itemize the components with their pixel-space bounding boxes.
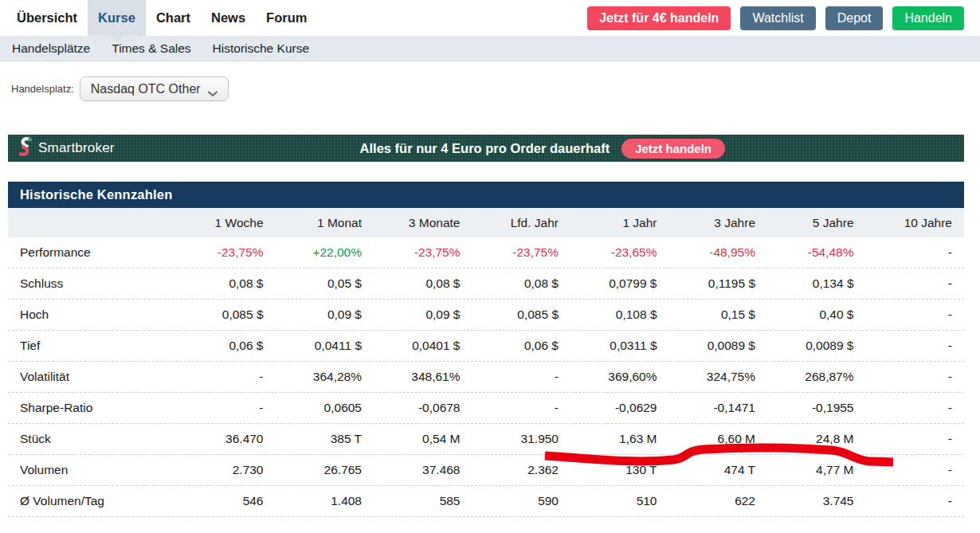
row-value: -23,75% [472,245,571,260]
row-value: 3.745 [767,494,866,508]
row-label: Schluss [8,276,177,291]
smartbroker-ad-banner[interactable]: Smartbroker Alles für nur 4 Euro pro Ord… [8,135,964,162]
row-value: 37.468 [374,463,472,477]
row-value: 385 T [276,432,374,446]
column-header: 1 Jahr [570,216,669,230]
table-body: Performance-23,75%+22,00%-23,75%-23,75%-… [8,237,964,517]
row-value: 0,0401 $ [374,339,472,353]
banner-message: Alles für nur 4 Euro pro Order dauerhaft [360,141,610,156]
row-value: 0,40 $ [767,308,866,322]
row-value: +22,00% [276,245,374,260]
subnav-item-handelsplaetze[interactable]: Handelsplätze [12,41,90,56]
row-value: -0,0678 [374,401,472,415]
row-value: 0,0799 $ [570,276,669,291]
row-value: -0,1955 [767,401,866,415]
nav-action-buttons: Jetzt für 4€ handeln Watchlist Depot Han… [587,0,980,36]
row-value: -23,75% [374,245,472,260]
handelsplatz-selected-value: Nasdaq OTC Other [91,82,201,96]
row-value: - [866,432,965,446]
row-value: 0,1195 $ [669,276,768,291]
row-value: 0,15 $ [669,308,768,322]
row-value: 364,28% [276,370,374,384]
row-value: 26.765 [276,463,374,477]
row-value: -23,65% [570,245,669,260]
banner-cta-button[interactable]: Jetzt handeln [621,139,725,159]
row-value: 369,60% [570,370,669,384]
row-value: 510 [570,494,669,508]
row-value: - [472,370,571,384]
table-row: Performance-23,75%+22,00%-23,75%-23,75%-… [8,237,964,268]
row-value: 0,108 $ [570,308,669,322]
nav-tab-kurse[interactable]: Kurse [88,0,146,36]
row-value: 585 [374,494,472,508]
row-value: 0,0089 $ [669,339,768,353]
row-value: - [866,276,965,291]
table-title: Historische Kennzahlen [8,182,964,208]
column-header: 5 Jahre [767,216,866,230]
table-row: Ø Volumen/Tag5461.4085855905106223.745- [8,486,964,517]
row-value: - [866,494,965,508]
row-value: 31.950 [472,432,571,446]
nav-tab-forum[interactable]: Forum [256,0,317,36]
row-value: 0,0605 [276,401,374,415]
row-value: 0,134 $ [767,276,866,291]
sub-navigation: Handelsplätze Times & Sales Historische … [0,36,980,61]
table-row: Volumen2.73026.76537.4682.362130 T474 T4… [8,455,964,486]
table-row: Volatilität-364,28%348,61%-369,60%324,75… [8,362,964,393]
smartbroker-logo-icon [18,136,32,160]
column-header: 3 Jahre [669,216,768,230]
promo-trade-button[interactable]: Jetzt für 4€ handeln [587,6,731,30]
handeln-button[interactable]: Handeln [892,6,964,30]
row-value: 4,77 M [767,463,866,477]
table-row: Hoch0,085 $0,09 $0,09 $0,085 $0,108 $0,1… [8,300,964,331]
row-value: 130 T [570,463,669,477]
table-row: Schluss0,08 $0,05 $0,08 $0,08 $0,0799 $0… [8,268,964,300]
row-label: Stück [8,432,177,446]
row-value: 2.362 [472,463,571,477]
row-value: 0,06 $ [177,339,276,353]
row-value: 1.408 [276,494,374,508]
table-row: Tief0,06 $0,0411 $0,0401 $0,06 $0,0311 $… [8,331,964,362]
brand-name: Smartbroker [38,140,115,156]
row-value: 0,09 $ [276,308,374,322]
subnav-item-times-sales[interactable]: Times & Sales [112,41,190,56]
nav-tab-uebersicht[interactable]: Übersicht [6,0,88,36]
row-value: - [472,401,571,415]
row-value: -23,75% [177,245,276,260]
smartbroker-brand: Smartbroker [18,136,115,160]
row-value: -48,95% [669,245,768,260]
row-value: - [177,370,276,384]
handelsplatz-dropdown[interactable]: Nasdaq OTC Other [80,76,229,101]
column-header: 10 Jahre [866,216,965,230]
row-value: 0,085 $ [472,308,571,322]
row-value: 590 [472,494,571,508]
column-header: Lfd. Jahr [472,216,571,230]
nav-tab-news[interactable]: News [201,0,256,36]
row-label: Tief [8,339,177,353]
watchlist-button[interactable]: Watchlist [740,6,815,30]
column-header: 1 Monat [276,216,374,230]
row-value: 546 [177,494,276,508]
row-value: 0,09 $ [374,308,472,322]
row-value: 2.730 [177,463,276,477]
subnav-item-historische-kurse[interactable]: Historische Kurse [213,41,309,56]
row-label: Sharpe-Ratio [8,401,177,415]
row-value: - [866,370,965,384]
row-value: 24,8 M [767,432,866,446]
table-row: Sharpe-Ratio-0,0605-0,0678--0,0629-0,147… [8,393,964,424]
depot-button[interactable]: Depot [825,6,884,30]
row-value: - [866,339,965,353]
row-value: 0,54 M [374,432,472,446]
row-value: 622 [669,494,768,508]
row-label: Ø Volumen/Tag [8,494,177,508]
row-value: 348,61% [374,370,472,384]
row-label: Hoch [8,308,177,322]
row-value: -0,0629 [570,401,669,415]
row-value: - [177,401,276,415]
row-value: 0,06 $ [472,339,571,353]
top-navigation: Übersicht Kurse Chart News Forum Jetzt f… [0,0,980,36]
row-value: 324,75% [669,370,768,384]
nav-tab-chart[interactable]: Chart [146,0,201,36]
table-header-row: 1 Woche1 Monat3 MonateLfd. Jahr1 Jahr3 J… [8,208,964,237]
row-value: 1,63 M [570,432,669,446]
